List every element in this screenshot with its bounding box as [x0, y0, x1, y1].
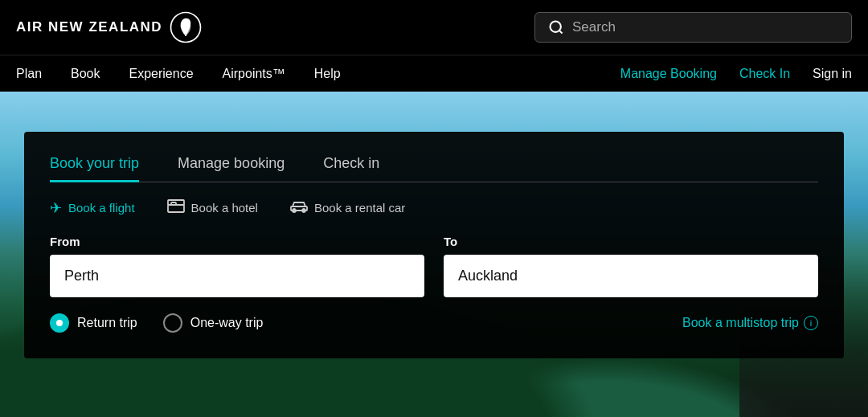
search-bar[interactable] — [534, 12, 852, 43]
tab-manage-booking[interactable]: Manage booking — [178, 155, 285, 182]
hotel-icon — [167, 198, 185, 217]
nav-item-airpoints[interactable]: Airpoints™ — [223, 67, 285, 81]
sub-tab-book-car[interactable]: Book a rental car — [290, 198, 405, 217]
radio-return-trip[interactable]: Return trip — [50, 313, 137, 333]
sub-tabs: ✈ Book a flight Book a hotel — [50, 198, 818, 217]
fern-logo-icon — [169, 10, 203, 44]
nav-item-check-in[interactable]: Check In — [739, 67, 790, 81]
nav-links-right: Manage Booking Check In Sign in — [620, 67, 852, 81]
sub-tab-flight-label: Book a flight — [68, 201, 135, 215]
nav-item-manage-booking[interactable]: Manage Booking — [620, 67, 717, 81]
radio-return-label: Return trip — [77, 316, 137, 330]
tab-check-in[interactable]: Check in — [323, 155, 379, 182]
car-icon — [290, 198, 308, 217]
svg-line-3 — [559, 31, 563, 34]
nav-item-book[interactable]: Book — [71, 67, 100, 81]
nav-item-help[interactable]: Help — [314, 67, 341, 81]
hero-container: Book your trip Manage booking Check in ✈… — [0, 92, 868, 417]
main-tabs: Book your trip Manage booking Check in — [50, 154, 818, 182]
tab-book-your-trip[interactable]: Book your trip — [50, 155, 139, 182]
secondary-navigation: Plan Book Experience Airpoints™ Help Man… — [0, 55, 868, 92]
from-input[interactable] — [50, 255, 424, 297]
svg-rect-4 — [168, 205, 184, 212]
search-input[interactable] — [572, 19, 838, 35]
to-input[interactable] — [444, 255, 818, 297]
from-field-group: From — [50, 235, 424, 297]
flight-icon: ✈ — [50, 199, 62, 217]
svg-point-2 — [551, 22, 561, 32]
logo-area: AIR NEW ZEALAND — [16, 10, 203, 44]
sub-tab-book-flight[interactable]: ✈ Book a flight — [50, 199, 135, 217]
to-field-group: To — [444, 235, 818, 297]
sub-tab-car-label: Book a rental car — [314, 201, 405, 215]
radio-row: Return trip One-way trip Book a multisto… — [50, 313, 818, 333]
to-label: To — [444, 235, 818, 248]
sub-tab-hotel-label: Book a hotel — [191, 201, 258, 215]
nav-item-plan[interactable]: Plan — [16, 67, 42, 81]
multistop-label: Book a multistop trip — [682, 316, 799, 330]
nav-item-experience[interactable]: Experience — [129, 67, 194, 81]
nav-links-left: Plan Book Experience Airpoints™ Help — [16, 67, 341, 81]
logo-text: AIR NEW ZEALAND — [16, 19, 162, 35]
top-navigation: AIR NEW ZEALAND — [0, 0, 868, 55]
info-icon: i — [804, 316, 818, 330]
fields-row: From To — [50, 235, 818, 297]
from-label: From — [50, 235, 424, 248]
radio-one-way-circle — [163, 313, 182, 333]
radio-return-circle — [50, 313, 69, 333]
sub-tab-book-hotel[interactable]: Book a hotel — [167, 198, 258, 217]
radio-one-way-trip[interactable]: One-way trip — [163, 313, 264, 333]
booking-panel: Book your trip Manage booking Check in ✈… — [24, 132, 844, 358]
multistop-link[interactable]: Book a multistop trip i — [682, 316, 818, 330]
search-icon — [548, 19, 564, 35]
nav-item-sign-in[interactable]: Sign in — [813, 67, 852, 81]
radio-one-way-label: One-way trip — [190, 316, 264, 330]
